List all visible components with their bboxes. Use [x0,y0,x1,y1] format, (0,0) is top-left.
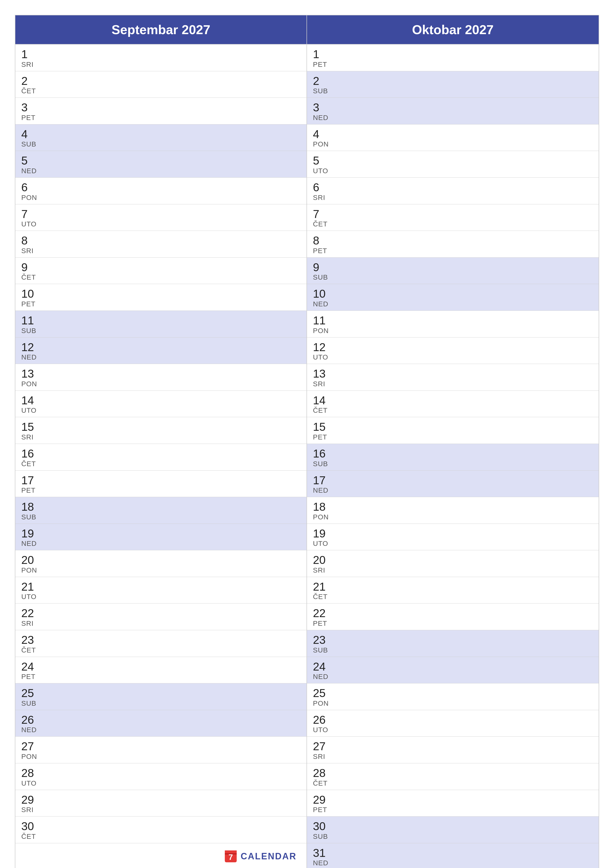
day-number: 24 [313,660,593,673]
oct-day-5: 5UTO [307,151,598,178]
oct-day-12: 12UTO [307,338,598,364]
day-number: 15 [313,421,593,433]
day-number: 29 [313,794,593,806]
day-number: 1 [21,48,300,60]
day-name: SUB [21,513,300,521]
day-number: 12 [313,341,593,353]
day-number: 28 [313,767,593,780]
day-name: SRI [21,806,300,814]
sep-day-7: 7UTO [16,205,307,231]
sep-day-2: 2ČET [16,71,307,98]
day-name: UTO [21,406,300,414]
day-number: 2 [313,75,593,87]
day-name: PET [21,114,300,122]
day-number: 30 [21,820,300,832]
day-name: SUB [21,699,300,707]
sep-day-22: 22SRI [16,603,307,630]
day-number: 3 [21,101,300,114]
day-name: UTO [21,780,300,787]
sep-day-9: 9ČET [16,257,307,284]
sep-day-1: 1SRI [16,45,307,71]
days-grid: 1SRI1PET2ČET2SUB3PET3NED4SUB4PON5NED5UTO… [16,44,598,868]
day-number: 18 [21,501,300,513]
day-name: NED [21,167,300,175]
day-number: 18 [313,501,593,513]
sep-day-13: 13PON [16,364,307,391]
day-name: PON [21,380,300,388]
sep-day-12: 12NED [16,338,307,364]
day-number: 9 [313,261,593,274]
day-name: NED [313,487,593,494]
day-name: PET [21,487,300,494]
day-number: 4 [21,128,300,141]
day-name: UTO [21,593,300,601]
day-name: NED [313,673,593,681]
day-name: PON [313,513,593,521]
day-number: 25 [313,687,593,699]
day-name: SUB [21,327,300,335]
sep-day-15: 15SRI [16,417,307,444]
sep-day-23: 23ČET [16,630,307,657]
day-number: 22 [313,607,593,620]
day-number: 5 [313,154,593,167]
day-name: NED [313,859,593,867]
oct-day-7: 7ČET [307,205,598,231]
calendar-logo-icon: 7 [224,850,237,863]
oct-day-24: 24NED [307,657,598,684]
day-number: 7 [21,208,300,220]
day-name: PON [313,699,593,707]
day-name: SUB [313,87,593,95]
oct-day-31: 31NED [307,843,598,868]
oct-day-1: 1PET [307,45,598,71]
day-number: 13 [313,367,593,380]
day-name: PET [21,300,300,308]
day-name: ČET [21,273,300,281]
day-number: 27 [21,740,300,753]
day-name: SRI [21,433,300,441]
day-name: ČET [21,460,300,468]
october-header: Oktobar 2027 [307,16,598,44]
day-number: 13 [21,367,300,380]
day-number: 14 [21,394,300,407]
day-number: 31 [313,847,593,859]
day-number: 21 [21,580,300,593]
day-name: SRI [21,60,300,68]
oct-day-19: 19UTO [307,524,598,550]
day-number: 17 [21,474,300,487]
oct-day-23: 23SUB [307,630,598,657]
sep-day-4: 4SUB [16,124,307,151]
oct-day-10: 10NED [307,284,598,311]
oct-day-15: 15PET [307,417,598,444]
oct-day-4: 4PON [307,124,598,151]
sep-day-24: 24PET [16,657,307,684]
day-name: NED [313,114,593,122]
sep-day-28: 28UTO [16,763,307,790]
day-name: NED [313,300,593,308]
day-name: SUB [313,460,593,468]
day-number: 4 [313,128,593,141]
day-name: UTO [21,220,300,228]
day-number: 23 [313,634,593,646]
sep-day-8: 8SRI [16,231,307,257]
day-number: 10 [313,288,593,300]
day-name: ČET [313,780,593,787]
day-name: SRI [313,194,593,202]
day-name: SUB [313,273,593,281]
day-name: ČET [21,646,300,654]
day-number: 17 [313,474,593,487]
september-title: Septembar 2027 [112,23,210,37]
oct-day-30: 30SUB [307,817,598,843]
sep-day-25: 25SUB [16,684,307,710]
day-name: NED [21,539,300,547]
sep-day-10: 10PET [16,284,307,311]
day-name: ČET [313,593,593,601]
sep-day-18: 18SUB [16,497,307,524]
day-name: SRI [21,247,300,255]
day-name: NED [21,726,300,734]
day-number: 16 [313,447,593,460]
oct-day-2: 2SUB [307,71,598,98]
oct-day-17: 17NED [307,471,598,498]
day-number: 3 [313,101,593,114]
day-number: 22 [21,607,300,620]
day-name: UTO [313,353,593,361]
